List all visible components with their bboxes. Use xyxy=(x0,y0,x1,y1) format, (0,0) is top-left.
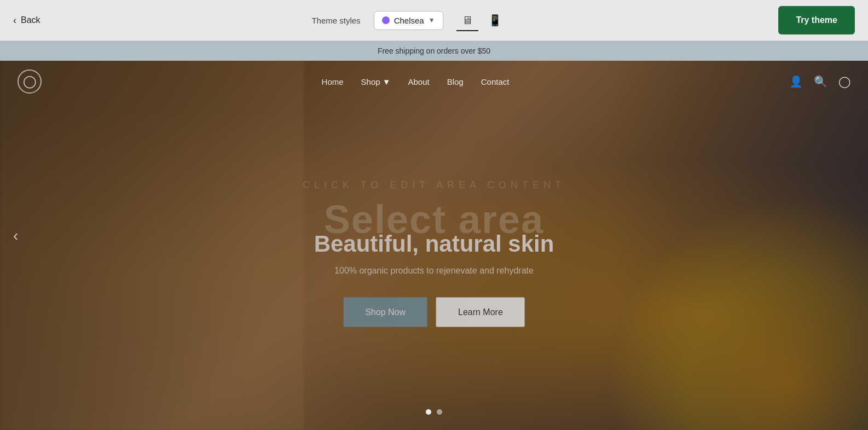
theme-styles-label: Theme styles xyxy=(311,16,360,25)
shop-chevron-icon: ▼ xyxy=(383,77,391,86)
hero-section[interactable]: Free shipping on orders over $50 ◯ Home … xyxy=(0,41,868,430)
slider-dots xyxy=(426,409,442,415)
back-arrow-icon: ‹ xyxy=(13,15,16,26)
desktop-icon: 🖥 xyxy=(462,14,473,26)
back-label: Back xyxy=(21,15,40,25)
nav-link-contact[interactable]: Contact xyxy=(481,77,510,86)
preview-area: Free shipping on orders over $50 ◯ Home … xyxy=(0,41,868,430)
theme-color-dot xyxy=(382,16,390,24)
slider-dot-1[interactable] xyxy=(426,409,431,415)
try-theme-button[interactable]: Try theme xyxy=(778,6,855,34)
search-icon[interactable]: 🔍 xyxy=(814,75,828,88)
account-icon[interactable]: 👤 xyxy=(789,75,803,88)
nav-links: Home Shop ▼ About Blog Contact xyxy=(322,77,510,86)
edit-hint-overlay: CLICK TO EDIT AREA CONTENT xyxy=(303,179,565,191)
nav-icons: 👤 🔍 ◯ xyxy=(789,75,850,88)
back-button[interactable]: ‹ Back xyxy=(13,15,40,26)
chevron-down-icon: ▼ xyxy=(429,16,435,24)
theme-name: Chelsea xyxy=(394,16,424,25)
store-logo: ◯ xyxy=(18,69,42,94)
nav-link-home[interactable]: Home xyxy=(322,77,344,86)
mobile-device-button[interactable]: 📱 xyxy=(483,9,507,31)
cart-icon[interactable]: ◯ xyxy=(838,75,850,88)
theme-dropdown[interactable]: Chelsea ▼ xyxy=(374,11,443,30)
announcement-text: Free shipping on orders over $50 xyxy=(378,47,490,55)
slider-prev-button[interactable]: ‹ xyxy=(13,227,18,245)
slider-dot-2[interactable] xyxy=(437,409,442,415)
store-nav: ◯ Home Shop ▼ About Blog Contact 👤 🔍 ◯ xyxy=(0,61,868,102)
nav-link-shop[interactable]: Shop ▼ xyxy=(361,77,391,86)
logo-symbol: ◯ xyxy=(23,74,37,89)
nav-link-blog[interactable]: Blog xyxy=(447,77,464,86)
slider-prev-icon: ‹ xyxy=(13,227,18,244)
mobile-icon: 📱 xyxy=(488,14,502,26)
top-center-controls: Theme styles Chelsea ▼ 🖥 📱 xyxy=(311,9,507,31)
device-icons: 🖥 📱 xyxy=(456,9,507,31)
nav-link-about[interactable]: About xyxy=(408,77,429,86)
announcement-bar: Free shipping on orders over $50 xyxy=(0,41,868,61)
desktop-device-button[interactable]: 🖥 xyxy=(456,10,478,31)
top-bar: ‹ Back Theme styles Chelsea ▼ 🖥 📱 Try th… xyxy=(0,0,868,41)
